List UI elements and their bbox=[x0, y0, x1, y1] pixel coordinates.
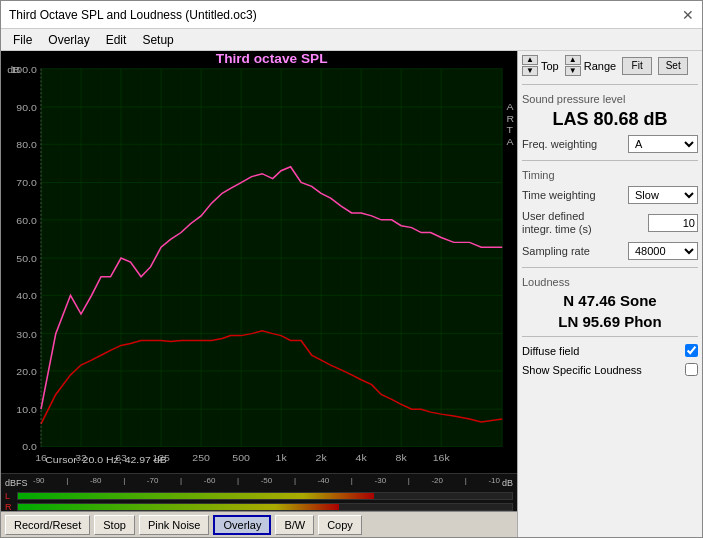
window-title: Third Octave SPL and Loudness (Untitled.… bbox=[9, 8, 257, 22]
timing-section-label: Timing bbox=[522, 169, 698, 181]
svg-text:70.0: 70.0 bbox=[16, 178, 37, 189]
sampling-rate-label: Sampling rate bbox=[522, 245, 590, 257]
svg-text:10.0: 10.0 bbox=[16, 404, 37, 415]
svg-text:T: T bbox=[506, 125, 512, 136]
ch-l-label: L bbox=[5, 491, 17, 501]
show-specific-label: Show Specific Loudness bbox=[522, 364, 681, 376]
loudness-ln-value: LN 95.69 Phon bbox=[522, 311, 698, 332]
svg-text:0.0: 0.0 bbox=[22, 442, 37, 453]
record-reset-button[interactable]: Record/Reset bbox=[5, 515, 90, 535]
svg-text:50.0: 50.0 bbox=[16, 253, 37, 264]
db-unit: dB bbox=[502, 478, 513, 488]
top-spinner-group: ▲ ▼ bbox=[522, 55, 538, 76]
chart-canvas: 100.0 90.0 80.0 70.0 60.0 50.0 40.0 30.0… bbox=[1, 51, 517, 473]
set-button[interactable]: Set bbox=[658, 57, 688, 75]
svg-text:8k: 8k bbox=[396, 453, 408, 464]
svg-text:20.0: 20.0 bbox=[16, 366, 37, 377]
show-specific-checkbox[interactable] bbox=[685, 363, 698, 376]
close-button[interactable]: ✕ bbox=[682, 7, 694, 23]
sampling-rate-select[interactable]: 48000 44100 96000 bbox=[628, 242, 698, 260]
svg-text:Third octave SPL: Third octave SPL bbox=[216, 51, 328, 65]
loudness-section-label: Loudness bbox=[522, 276, 698, 288]
svg-text:30.0: 30.0 bbox=[16, 329, 37, 340]
svg-text:A: A bbox=[506, 137, 513, 148]
range-up-button[interactable]: ▲ bbox=[565, 55, 581, 65]
copy-button[interactable]: Copy bbox=[318, 515, 362, 535]
right-panel: ▲ ▼ Top ▲ ▼ Range Fit Set bbox=[517, 51, 702, 537]
time-weighting-row: Time weighting Slow Fast Impulse bbox=[522, 186, 698, 204]
svg-text:500: 500 bbox=[232, 453, 250, 464]
svg-text:Cursor:  20.0 Hz, 42.97 dB: Cursor: 20.0 Hz, 42.97 dB bbox=[45, 455, 167, 466]
time-weighting-select[interactable]: Slow Fast Impulse bbox=[628, 186, 698, 204]
spl-value: LAS 80.68 dB bbox=[522, 109, 698, 130]
freq-weighting-label: Freq. weighting bbox=[522, 138, 597, 150]
loudness-n-value: N 47.46 Sone bbox=[522, 290, 698, 311]
bw-button[interactable]: B/W bbox=[275, 515, 314, 535]
show-specific-row: Show Specific Loudness bbox=[522, 363, 698, 376]
time-weighting-label: Time weighting bbox=[522, 189, 596, 201]
menu-setup[interactable]: Setup bbox=[134, 31, 181, 49]
overlay-button[interactable]: Overlay bbox=[213, 515, 271, 535]
bottom-toolbar: Record/Reset Stop Pink Noise Overlay B/W… bbox=[1, 511, 517, 537]
title-bar: Third Octave SPL and Loudness (Untitled.… bbox=[1, 1, 702, 29]
stop-button[interactable]: Stop bbox=[94, 515, 135, 535]
menu-overlay[interactable]: Overlay bbox=[40, 31, 97, 49]
svg-text:1k: 1k bbox=[276, 453, 288, 464]
freq-weighting-row: Freq. weighting A C Z bbox=[522, 135, 698, 153]
pink-noise-button[interactable]: Pink Noise bbox=[139, 515, 210, 535]
range-down-button[interactable]: ▼ bbox=[565, 66, 581, 76]
user-integ-row: User definedintegr. time (s) bbox=[522, 210, 698, 236]
top-range-controls: ▲ ▼ Top ▲ ▼ Range Fit Set bbox=[522, 55, 698, 76]
diffuse-field-row: Diffuse field bbox=[522, 344, 698, 357]
chart-area: 100.0 90.0 80.0 70.0 60.0 50.0 40.0 30.0… bbox=[1, 51, 517, 537]
main-window: Third Octave SPL and Loudness (Untitled.… bbox=[0, 0, 703, 538]
svg-text:90.0: 90.0 bbox=[16, 102, 37, 113]
user-integ-input[interactable] bbox=[648, 214, 698, 232]
svg-text:dB: dB bbox=[7, 64, 20, 75]
freq-weighting-select[interactable]: A C Z bbox=[628, 135, 698, 153]
svg-text:80.0: 80.0 bbox=[16, 139, 37, 150]
menu-bar: File Overlay Edit Setup bbox=[1, 29, 702, 51]
top-down-button[interactable]: ▼ bbox=[522, 66, 538, 76]
fit-button[interactable]: Fit bbox=[622, 57, 652, 75]
top-up-button[interactable]: ▲ bbox=[522, 55, 538, 65]
top-label: Top bbox=[541, 60, 559, 72]
svg-text:16k: 16k bbox=[433, 453, 451, 464]
svg-rect-1 bbox=[41, 69, 502, 447]
sampling-rate-row: Sampling rate 48000 44100 96000 bbox=[522, 242, 698, 260]
chart-svg: 100.0 90.0 80.0 70.0 60.0 50.0 40.0 30.0… bbox=[1, 51, 517, 473]
svg-text:A: A bbox=[506, 101, 513, 112]
range-label: Range bbox=[584, 60, 616, 72]
main-area: 100.0 90.0 80.0 70.0 60.0 50.0 40.0 30.0… bbox=[1, 51, 702, 537]
diffuse-field-checkbox[interactable] bbox=[685, 344, 698, 357]
menu-file[interactable]: File bbox=[5, 31, 40, 49]
user-integ-label: User definedintegr. time (s) bbox=[522, 210, 592, 236]
svg-text:250: 250 bbox=[192, 453, 210, 464]
svg-text:2k: 2k bbox=[316, 453, 328, 464]
svg-text:4k: 4k bbox=[356, 453, 368, 464]
svg-text:40.0: 40.0 bbox=[16, 291, 37, 302]
dbfs-label: dBFS bbox=[5, 478, 33, 488]
range-spinner-group: ▲ ▼ bbox=[565, 55, 581, 76]
spl-section-label: Sound pressure level bbox=[522, 93, 698, 105]
diffuse-field-label: Diffuse field bbox=[522, 345, 681, 357]
svg-text:R: R bbox=[506, 113, 514, 124]
menu-edit[interactable]: Edit bbox=[98, 31, 135, 49]
svg-text:60.0: 60.0 bbox=[16, 215, 37, 226]
